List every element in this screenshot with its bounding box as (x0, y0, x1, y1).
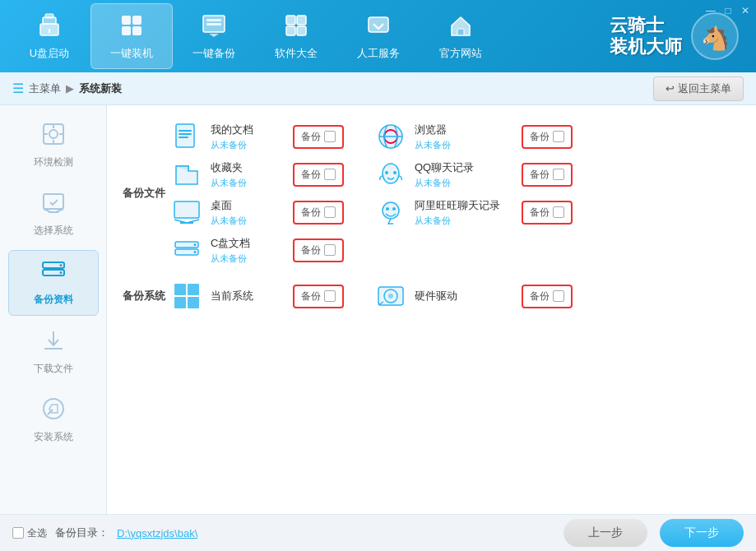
aliww-icon (375, 197, 406, 228)
logo-knight-icon: 🐴 (690, 12, 740, 61)
backup-label-1: 备份 (301, 130, 321, 144)
desktop-info-cell: 桌面 从未备份 (208, 193, 290, 231)
favorites-backup-box: 备份 (293, 163, 344, 187)
breadcrumb-home[interactable]: 主菜单 (29, 81, 61, 96)
curr-sys-info-cell: 当前系统 (208, 277, 290, 315)
aliww-backup-box: 备份 (522, 201, 573, 225)
breadcrumb: ☰ 主菜单 ▶ 系统新装 (12, 81, 122, 96)
backup-label-3: 备份 (301, 168, 321, 182)
website-icon (448, 12, 474, 43)
aliww-checkbox[interactable] (553, 206, 564, 218)
desktop-checkbox[interactable] (324, 206, 336, 218)
aliww-status: 从未备份 (415, 215, 517, 227)
browser-status: 从未备份 (415, 139, 517, 151)
install-sys-label: 安装系统 (34, 430, 73, 444)
svg-point-32 (59, 271, 62, 274)
download-label: 下载文件 (34, 362, 73, 376)
sidebar-item-select-sys[interactable]: 选择系统 (8, 182, 99, 246)
svg-rect-38 (179, 130, 192, 132)
my-docs-checkbox[interactable] (324, 131, 336, 142)
close-button[interactable]: ✕ (739, 4, 752, 17)
dir-path[interactable]: D:\yqsxtzjds\bak\ (117, 527, 197, 539)
svg-rect-4 (122, 16, 131, 25)
next-button[interactable]: 下一步 (660, 519, 744, 547)
spacer5 (356, 277, 373, 315)
svg-rect-13 (286, 26, 295, 35)
svg-rect-5 (132, 16, 141, 25)
backup-system-label: 备份系统 (119, 277, 169, 315)
backup-label-2: 备份 (530, 130, 550, 144)
env-check-icon (41, 122, 66, 152)
svg-point-20 (49, 130, 58, 138)
qq-checkbox[interactable] (553, 169, 564, 180)
desktop-status: 从未备份 (211, 215, 288, 227)
qq-backup-ctrl-cell: 备份 (519, 155, 744, 193)
back-button[interactable]: ↩ 返回主菜单 (653, 76, 744, 101)
hw-backup-ctrl-cell: 备份 (519, 277, 744, 315)
prev-button[interactable]: 上一步 (564, 519, 647, 547)
favorites-icon-cell (169, 155, 208, 193)
aliww-name: 阿里旺旺聊天记录 (415, 198, 517, 213)
aliww-info-cell: 阿里旺旺聊天记录 从未备份 (412, 193, 519, 231)
desktop-row: 桌面 从未备份 备份 (119, 193, 744, 231)
cdocs-info-cell: C盘文档 从未备份 (208, 231, 290, 269)
divider-row (119, 269, 744, 277)
qq-icon-cell (373, 155, 412, 193)
sidebar-item-install-sys[interactable]: 安装系统 (8, 388, 99, 452)
spacer3 (356, 193, 373, 231)
backup-label-9: 备份 (530, 289, 550, 303)
favorites-name: 收藏夹 (211, 160, 288, 175)
nav-install[interactable]: 一键装机 (90, 3, 173, 69)
file-section-header-row: 备份文件 我的文档 (119, 118, 744, 155)
curr-sys-backup-box: 备份 (293, 285, 344, 308)
cdocs-checkbox[interactable] (324, 244, 336, 256)
dir-label: 备份目录： (55, 526, 109, 540)
nav-install-label: 一键装机 (110, 46, 153, 61)
qq-info-cell: QQ聊天记录 从未备份 (412, 155, 519, 193)
select-all-checkbox[interactable] (12, 527, 24, 539)
select-all-label[interactable]: 全选 (12, 526, 47, 540)
sys-section-row: 备份系统 当前系统 (119, 277, 744, 315)
curr-sys-backup-ctrl-cell: 备份 (290, 277, 356, 315)
nav-software-label: 软件大全 (275, 46, 318, 61)
bottom-bar: 全选 备份目录： D:\yqsxtzjds\bak\ 上一步 下一步 (0, 514, 756, 551)
desktop-name: 桌面 (211, 198, 288, 213)
svg-point-44 (383, 164, 399, 183)
hw-checkbox[interactable] (553, 290, 564, 302)
select-all-text: 全选 (27, 526, 47, 540)
hw-icon-cell (373, 277, 412, 315)
curr-sys-checkbox[interactable] (324, 290, 336, 302)
browser-checkbox[interactable] (553, 131, 564, 142)
desktop-icon (171, 197, 202, 228)
desktop-backup-ctrl-cell: 备份 (290, 193, 356, 231)
svg-rect-11 (286, 16, 295, 25)
nav-software[interactable]: 软件大全 (255, 3, 337, 69)
spacer1 (356, 118, 373, 155)
favorites-checkbox[interactable] (324, 169, 336, 180)
svg-text:🐴: 🐴 (701, 25, 730, 52)
browser-icon (375, 121, 406, 152)
nav-service[interactable]: 人工服务 (337, 3, 420, 69)
svg-rect-6 (122, 26, 131, 35)
sidebar-item-env-check[interactable]: 环境检测 (8, 113, 99, 178)
nav-backup[interactable]: 一键备份 (173, 3, 255, 69)
logo: 云骑士 装机大师 🐴 (610, 12, 740, 61)
backup-data-icon (41, 259, 66, 289)
nav-website[interactable]: 官方网站 (420, 3, 502, 69)
cdocs-status: 从未备份 (211, 252, 288, 265)
cdocs-right-empty (373, 231, 744, 269)
nav-usb[interactable]: U盘启动 (8, 3, 90, 69)
favorites-icon (171, 159, 202, 190)
svg-rect-12 (297, 16, 306, 25)
backup-label-6: 备份 (530, 206, 550, 220)
cdocs-icon-cell (169, 231, 208, 269)
sidebar-item-download[interactable]: 下载文件 (8, 320, 99, 384)
download-icon (41, 328, 66, 359)
svg-rect-61 (188, 297, 199, 308)
backup-label-4: 备份 (530, 168, 550, 182)
my-docs-icon-cell (169, 118, 208, 155)
sidebar-item-backup-data[interactable]: 备份资料 (8, 250, 99, 316)
env-check-label: 环境检测 (34, 155, 73, 169)
curr-sys-name: 当前系统 (211, 289, 288, 303)
backup-icon (201, 12, 227, 43)
